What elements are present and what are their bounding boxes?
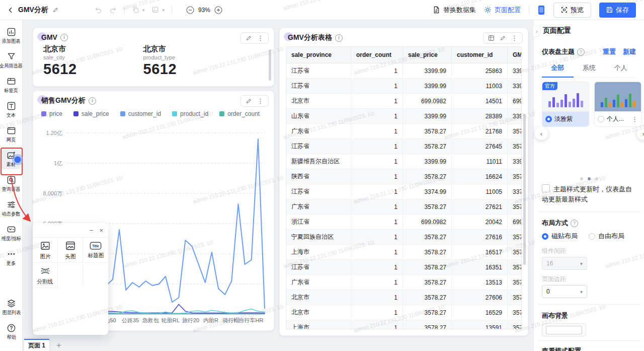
theme-more-icon[interactable]: ⋮ — [631, 116, 638, 122]
column-header[interactable]: customer_id — [452, 47, 508, 63]
preview-button[interactable]: 预览 — [553, 3, 591, 18]
theme-create-link[interactable]: 新建 — [623, 47, 636, 56]
legend-item[interactable]: price — [41, 110, 62, 117]
carousel-dot[interactable] — [595, 177, 598, 180]
layout-option-grid[interactable]: 磁贴布局 — [542, 232, 578, 241]
edit-icon[interactable] — [246, 35, 252, 41]
info-icon[interactable]: i — [335, 34, 343, 42]
table-row[interactable]: 上海市13578.27165173578.270019531 — [286, 245, 522, 260]
component-gap-select[interactable]: 16▾ — [542, 257, 587, 270]
table-row[interactable]: 新疆维吾尔自治区13399.99110113399.98999023437 — [286, 154, 522, 169]
sidebar-item-tab-page[interactable]: 标签页 — [0, 76, 22, 100]
column-header[interactable]: sale_price — [403, 47, 452, 63]
back-icon[interactable] — [7, 7, 14, 14]
zoom-out-icon[interactable] — [186, 6, 194, 14]
add-page-icon[interactable]: + — [56, 340, 61, 351]
material-item-divider-line[interactable]: 分割线 — [33, 263, 58, 288]
table-row[interactable]: 上海市13578.27135913578.270019531 — [286, 320, 522, 330]
sidebar-item-material[interactable]: 素材 — [0, 150, 22, 174]
table-row[interactable]: 北京市13578.27276063578.270019531 — [286, 290, 522, 305]
view-data-icon[interactable] — [488, 35, 495, 41]
legend-item[interactable]: order_count — [219, 110, 260, 117]
legend-item[interactable]: product_id — [172, 110, 208, 117]
edit-icon[interactable] — [246, 98, 252, 104]
sidebar-item-dimension-metric[interactable]: 维度/指标 — [0, 224, 22, 248]
sidebar-item-more[interactable]: 更多 — [0, 248, 22, 273]
column-header[interactable]: order_count — [351, 47, 403, 63]
dashboard-canvas[interactable]: GMV i ⋮ 北京市sale_city5612北京市product_type5… — [23, 20, 533, 351]
undo-icon[interactable] — [94, 6, 102, 14]
insert-image-caret-icon[interactable]: ▾ — [162, 8, 165, 13]
copy-caret-icon[interactable]: ▾ — [142, 8, 145, 13]
sidebar-item-text[interactable]: 文本 — [0, 100, 22, 125]
column-header[interactable]: sale_province — [286, 47, 351, 63]
column-header[interactable]: GMV分 — [508, 47, 522, 63]
gmv-indicator-card[interactable]: GMV i ⋮ 北京市sale_city5612北京市product_type5… — [33, 28, 274, 87]
auto-update-checkbox[interactable] — [542, 184, 550, 192]
legend-item[interactable]: customer_id — [120, 110, 161, 117]
material-panel[interactable]: − × 图片头图Title标题图分割线 — [33, 223, 108, 335]
sidebar-item-global-filter[interactable]: 全局筛选器 — [0, 51, 22, 76]
copy-icon[interactable] — [132, 6, 139, 14]
sidebar-item-help[interactable]: 帮助 — [0, 322, 23, 347]
theme-radio[interactable] — [598, 116, 604, 122]
insert-image-icon[interactable] — [151, 6, 159, 14]
sidebar-item-layer-list[interactable]: 图层列表 — [0, 298, 23, 322]
table-row[interactable]: 江苏省13399.99110033399.98999023437 — [286, 79, 522, 94]
data-table[interactable]: sale_provinceorder_countsale_pricecustom… — [286, 46, 522, 329]
table-row[interactable]: 江苏省13399.99258633399.98999023437 — [286, 63, 522, 79]
more-icon[interactable]: ⋮ — [257, 98, 264, 104]
help-icon[interactable]: ? — [571, 220, 578, 227]
table-row[interactable]: 江苏省13374.99110053374.98999023437 — [286, 184, 522, 199]
legend-item[interactable]: sale_price — [73, 110, 109, 117]
info-icon[interactable]: i — [60, 34, 68, 41]
collapse-panel-icon[interactable]: › — [533, 25, 541, 37]
page-margin-select[interactable]: 0▾ — [542, 285, 587, 298]
rename-icon[interactable] — [52, 7, 59, 13]
table-row[interactable]: 江苏省13578.27276453578.270019531 — [286, 139, 522, 154]
material-item-title-image[interactable]: Title标题图 — [83, 238, 108, 263]
carousel-dot[interactable] — [588, 177, 591, 180]
replace-dataset-button[interactable]: 替换数据集 — [433, 6, 476, 15]
table-row[interactable]: 山东省13399.99283893399.98999023437 — [286, 109, 522, 124]
table-row[interactable]: 广东省13578.27217683578.270019531 — [286, 124, 522, 139]
material-item-image[interactable]: 图片 — [33, 238, 58, 263]
table-row[interactable]: 陕西省13578.27166243578.270019531 — [286, 169, 522, 184]
more-icon[interactable]: ⋮ — [257, 35, 264, 41]
help-icon[interactable]: ? — [577, 48, 585, 56]
theme-tab-系统[interactable]: 系统 — [574, 63, 605, 77]
card-scrollbar[interactable] — [269, 49, 271, 81]
table-scrollbar[interactable] — [523, 114, 526, 265]
canvas-bg-color-picker[interactable] — [542, 323, 586, 336]
save-button[interactable]: 保存 — [599, 3, 636, 18]
carousel-next-icon[interactable]: › — [637, 127, 644, 140]
theme-radio[interactable] — [545, 116, 552, 122]
sidebar-item-dynamic-params[interactable]: 动态参数 — [0, 199, 22, 224]
carousel-dot[interactable] — [580, 177, 583, 180]
table-row[interactable]: 浙江省1699.098220042699.098205566406 — [286, 215, 522, 230]
edit-icon[interactable] — [500, 35, 506, 41]
theme-tab-全部[interactable]: 全部 — [542, 63, 574, 78]
mobile-layout-icon[interactable] — [537, 5, 545, 15]
table-row[interactable]: 江苏省13578.27163513578.270019531 — [286, 260, 522, 275]
close-icon[interactable]: × — [99, 227, 103, 234]
layout-option-free[interactable]: 自由布局 — [589, 232, 624, 241]
table-row[interactable]: 北京市1699.098214501699.098205566406 — [286, 94, 522, 109]
theme-card[interactable]: 个人...⋮ — [594, 82, 641, 127]
zoom-in-icon[interactable] — [214, 6, 222, 14]
material-item-head-image[interactable]: 头图 — [58, 238, 83, 263]
carousel-prev-icon[interactable]: ‹ — [535, 127, 548, 140]
table-row[interactable]: 广东省13578.27135133578.270019531 — [286, 275, 522, 290]
minimize-icon[interactable]: − — [90, 227, 94, 234]
sidebar-item-web[interactable]: 网页 — [0, 125, 22, 150]
more-icon[interactable]: ⋮ — [511, 35, 518, 41]
theme-card[interactable]: 官方淡雅紫 — [542, 82, 589, 127]
table-row[interactable]: 北京市13578.27165293578.270019531 — [286, 305, 522, 320]
page-config-button[interactable]: 页面配置 — [484, 6, 521, 15]
theme-reset-link[interactable]: 重置 — [603, 47, 616, 56]
sidebar-item-add-chart[interactable]: 添加图表 — [0, 26, 22, 51]
redo-icon[interactable] — [109, 6, 117, 14]
info-icon[interactable]: i — [89, 97, 96, 105]
page-tab-active[interactable]: 页面 1 — [24, 339, 49, 351]
table-row[interactable]: 广东省13578.27276213578.270019531 — [286, 199, 522, 215]
